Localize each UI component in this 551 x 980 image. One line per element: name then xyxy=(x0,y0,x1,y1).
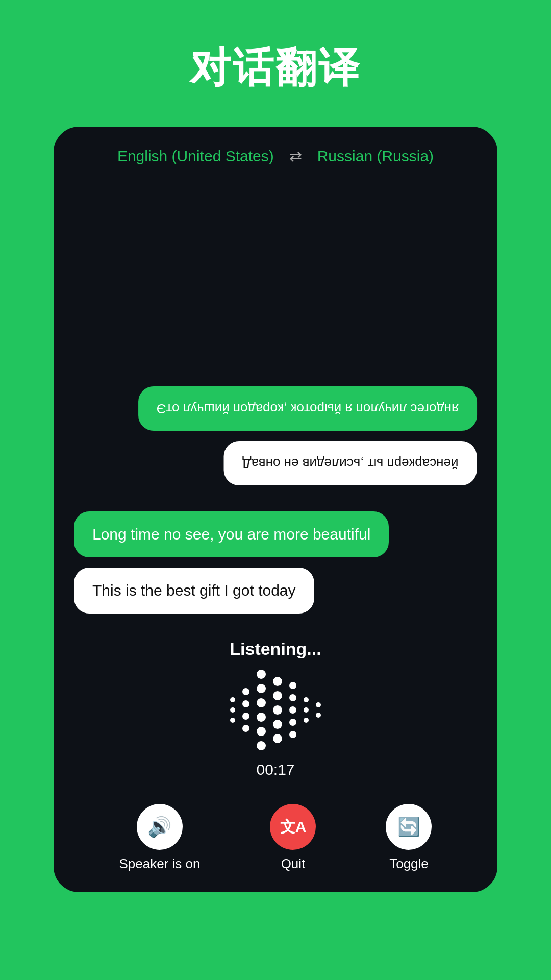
dot xyxy=(230,707,235,713)
toggle-icon: 🔄 xyxy=(397,816,420,838)
timer-display: 00:17 xyxy=(256,761,294,778)
dot xyxy=(304,707,309,713)
wave-col-3 xyxy=(257,670,266,750)
message-green-1: Long time no see, you are more beautiful xyxy=(74,511,389,557)
flipped-message-green: Это лучший подарок, который я получил се… xyxy=(138,386,477,431)
source-language[interactable]: English (United States) xyxy=(117,148,274,165)
listening-label: Listening... xyxy=(230,639,321,659)
dot xyxy=(230,697,235,702)
dot xyxy=(289,694,296,701)
quit-label: Quit xyxy=(281,856,306,872)
dot xyxy=(257,727,266,736)
dot xyxy=(242,688,249,695)
quit-icon: 文A xyxy=(280,817,307,838)
dot xyxy=(273,691,282,700)
speaker-button-group: 🔊 Speaker is on xyxy=(119,804,201,872)
dot xyxy=(289,682,296,689)
dot xyxy=(304,718,309,723)
flipped-message-white: Давно не виделись, ты прекрасней xyxy=(224,441,477,485)
wave-col-7 xyxy=(316,702,321,718)
dot xyxy=(257,741,266,750)
quit-button[interactable]: 文A xyxy=(270,804,316,850)
dot xyxy=(257,684,266,693)
toggle-button[interactable]: 🔄 xyxy=(386,804,432,850)
wave-col-6 xyxy=(304,697,309,723)
toggle-label: Toggle xyxy=(389,856,429,872)
dot xyxy=(257,698,266,707)
dot xyxy=(242,700,249,707)
dot xyxy=(289,706,296,714)
swap-icon[interactable]: ⇄ xyxy=(289,147,302,165)
dot xyxy=(242,713,249,720)
message-white-1: This is the best gift I got today xyxy=(74,568,314,614)
bottom-controls: 🔊 Speaker is on 文A Quit 🔄 Toggle xyxy=(54,794,497,892)
dot xyxy=(289,731,296,738)
dot xyxy=(289,719,296,726)
dot xyxy=(242,725,249,732)
waveform xyxy=(230,669,321,751)
dot xyxy=(273,705,282,715)
dot xyxy=(273,734,282,743)
speaker-label: Speaker is on xyxy=(119,856,201,872)
target-language[interactable]: Russian (Russia) xyxy=(317,148,434,165)
dot xyxy=(257,713,266,722)
wave-col-4 xyxy=(273,677,282,743)
listening-section: Listening... xyxy=(54,629,497,794)
quit-button-group: 文A Quit xyxy=(270,804,316,872)
dot xyxy=(230,718,235,723)
dot xyxy=(273,720,282,729)
wave-col-1 xyxy=(230,697,235,723)
language-header: English (United States) ⇄ Russian (Russi… xyxy=(54,127,497,180)
dot xyxy=(304,697,309,702)
dot xyxy=(316,702,321,707)
dot xyxy=(257,670,266,679)
flipped-messages-area: Это лучший подарок, который я получил се… xyxy=(54,180,497,496)
speaker-button[interactable]: 🔊 xyxy=(137,804,183,850)
wave-col-2 xyxy=(242,688,249,732)
toggle-button-group: 🔄 Toggle xyxy=(386,804,432,872)
wave-col-5 xyxy=(289,682,296,738)
speaker-icon: 🔊 xyxy=(147,816,171,838)
page-title: 对话翻译 xyxy=(190,41,361,96)
normal-messages-area: Long time no see, you are more beautiful… xyxy=(54,496,497,629)
translator-card: English (United States) ⇄ Russian (Russi… xyxy=(54,127,497,892)
dot xyxy=(273,677,282,686)
dot xyxy=(316,713,321,718)
